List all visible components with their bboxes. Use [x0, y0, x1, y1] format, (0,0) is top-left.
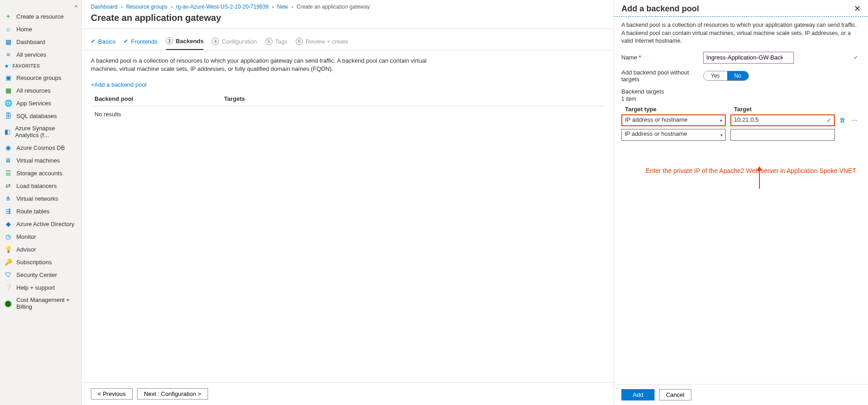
globe-icon: 🌐: [5, 99, 12, 107]
sidebar-item-resource-groups[interactable]: ▣Resource groups: [0, 71, 81, 84]
validated-check-icon: ✓: [827, 117, 831, 123]
more-icon[interactable]: ⋯: [851, 117, 858, 123]
sidebar-item-cost[interactable]: ⬤Cost Management + Billing: [0, 294, 81, 313]
toggle-yes[interactable]: Yes: [704, 71, 727, 80]
target-type-select[interactable]: IP address or hostname ▾: [621, 114, 726, 126]
sidebar-item-vnets[interactable]: ⋔Virtual networks: [0, 192, 81, 205]
sidebar-item-monitor[interactable]: ◷Monitor: [0, 230, 81, 243]
chevron-down-icon: ▾: [720, 132, 723, 137]
previous-button[interactable]: < Previous: [91, 388, 133, 400]
target-row: IP address or hostname ▾ 10.21.0.5 ✓ 🗑 ⋯: [621, 114, 861, 126]
plus-icon: ＋: [5, 13, 12, 20]
backend-pool-table: Backend pool Targets No results: [82, 92, 614, 122]
cosmos-icon: ◉: [5, 144, 12, 151]
resource-groups-icon: ▣: [5, 74, 12, 81]
sidebar-item-help[interactable]: ❔Help + support: [0, 281, 81, 294]
page-title: Create an application gateway: [82, 12, 614, 29]
panel-footer: Add Cancel: [614, 384, 868, 405]
name-label: Name *: [621, 54, 703, 61]
target-value-input[interactable]: 10.21.0.5 ✓: [730, 114, 835, 126]
tab-review[interactable]: 6Review + create: [296, 37, 348, 50]
col-target: Target: [731, 106, 836, 113]
tab-tags[interactable]: 5Tags: [265, 37, 288, 50]
aad-icon: ◆: [5, 220, 12, 227]
list-icon: ≡: [5, 51, 12, 58]
target-row: IP address or hostname ▾: [621, 129, 861, 141]
sidebar-item-security[interactable]: 🛡Security Center: [0, 268, 81, 281]
breadcrumb-current: Create an application gateway: [297, 4, 370, 10]
home-icon: ⌂: [5, 25, 12, 33]
sidebar-item-vms[interactable]: 🖥Virtual machines: [0, 154, 81, 167]
table-empty-row: No results: [91, 106, 605, 122]
sidebar-home[interactable]: ⌂ Home: [0, 23, 81, 35]
wizard-tabs: ✔Basics ✔Frontends 3Backends 4Configurat…: [82, 29, 614, 50]
breadcrumb-rg-name[interactable]: rg-av-Azure-West-US-2-10-20-719939: [176, 4, 268, 10]
sidebar-dashboard-label: Dashboard: [16, 39, 45, 45]
breadcrumb-resource-groups[interactable]: Resource groups: [126, 4, 167, 10]
sidebar-home-label: Home: [16, 26, 32, 33]
sidebar-item-loadbalancers[interactable]: ⇄Load balancers: [0, 179, 81, 192]
col-target-type: Target type: [622, 106, 727, 113]
sidebar-allservices-label: All services: [16, 51, 46, 58]
dashboard-icon: ▦: [5, 38, 12, 45]
backends-description: A backend pool is a collection of resour…: [82, 50, 436, 73]
synapse-icon: ◧: [5, 128, 10, 135]
sidebar-create-resource[interactable]: ＋ Create a resource: [0, 10, 81, 23]
panel-title: Add a backend pool: [621, 4, 699, 14]
sidebar-item-storage[interactable]: ☰Storage accounts: [0, 167, 81, 179]
annotation-text: Enter the private IP of the Apache2 Web …: [621, 167, 861, 174]
svg-marker-1: [757, 166, 762, 171]
grid-icon: ▦: [5, 87, 12, 94]
check-icon: ✔: [124, 38, 128, 44]
next-button[interactable]: Next : Configuration >: [137, 388, 208, 400]
main-content: Dashboard › Resource groups › rg-av-Azur…: [82, 0, 614, 405]
sidebar-item-app-services[interactable]: 🌐App Services: [0, 97, 81, 109]
lb-icon: ⇄: [5, 182, 12, 189]
sidebar-all-services[interactable]: ≡ All services: [0, 48, 81, 61]
sidebar-dashboard[interactable]: ▦ Dashboard: [0, 35, 81, 48]
col-backend-pool: Backend pool: [94, 95, 133, 102]
backend-targets-label: Backend targets: [621, 88, 861, 95]
sidebar-favorites-header: ★ FAVORITES: [0, 61, 81, 71]
tab-configuration[interactable]: 4Configuration: [212, 37, 257, 50]
panel-description: A backend pool is a collection of resour…: [621, 21, 861, 45]
no-targets-label: Add backend pool without targets: [621, 69, 703, 83]
sidebar-item-synapse[interactable]: ◧Azure Synapse Analytics (f...: [0, 122, 81, 141]
no-targets-toggle[interactable]: Yes No: [703, 71, 749, 81]
delete-icon[interactable]: 🗑: [839, 117, 847, 124]
tab-basics[interactable]: ✔Basics: [91, 37, 115, 50]
add-backend-pool-link[interactable]: +Add a backend pool: [82, 73, 614, 92]
monitor-icon: ◷: [5, 233, 12, 240]
name-input[interactable]: [703, 52, 794, 64]
storage-icon: ☰: [5, 169, 12, 177]
sidebar-item-aad[interactable]: ◆Azure Active Directory: [0, 217, 81, 230]
breadcrumb: Dashboard › Resource groups › rg-av-Azur…: [82, 0, 614, 12]
cancel-button[interactable]: Cancel: [659, 389, 691, 400]
sidebar-item-advisor[interactable]: 💡Advisor: [0, 243, 81, 256]
route-icon: ⇶: [5, 207, 12, 215]
annotation-arrow-icon: [755, 166, 764, 190]
target-value-input[interactable]: [730, 129, 835, 141]
col-targets: Targets: [224, 95, 245, 102]
sidebar-item-sql[interactable]: 🗄SQL databases: [0, 109, 81, 122]
tab-frontends[interactable]: ✔Frontends: [124, 37, 158, 50]
breadcrumb-dashboard[interactable]: Dashboard: [91, 4, 118, 10]
close-icon[interactable]: ✕: [854, 4, 861, 14]
toggle-no[interactable]: No: [727, 71, 749, 80]
star-icon: ★: [5, 64, 9, 69]
sidebar: « ＋ Create a resource ⌂ Home ▦ Dashboard…: [0, 0, 82, 405]
breadcrumb-new[interactable]: New: [277, 4, 288, 10]
sidebar-item-route-tables[interactable]: ⇶Route tables: [0, 205, 81, 217]
tab-backends[interactable]: 3Backends: [166, 37, 203, 50]
sidebar-collapse-icon[interactable]: «: [0, 2, 81, 10]
validated-check-icon: ✓: [853, 54, 858, 61]
add-button[interactable]: Add: [621, 389, 655, 400]
sidebar-item-subscriptions[interactable]: 🔑Subscriptions: [0, 256, 81, 268]
key-icon: 🔑: [5, 258, 12, 266]
sidebar-item-cosmos[interactable]: ◉Azure Cosmos DB: [0, 141, 81, 154]
check-icon: ✔: [91, 38, 95, 44]
target-type-select[interactable]: IP address or hostname ▾: [621, 129, 726, 141]
sidebar-item-all-resources[interactable]: ▦All resources: [0, 84, 81, 97]
shield-icon: 🛡: [5, 271, 12, 278]
vnet-icon: ⋔: [5, 195, 12, 202]
